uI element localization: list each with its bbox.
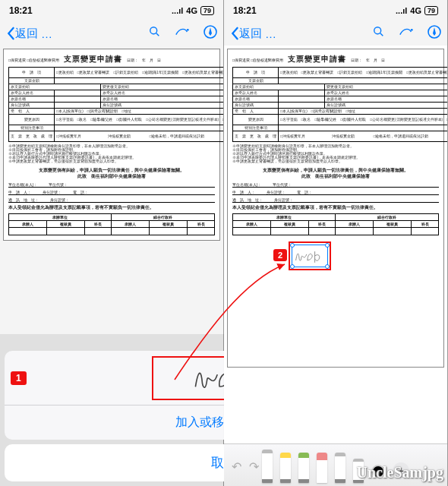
placed-signature[interactable]: 2 (289, 241, 331, 270)
battery-level: 79 (200, 6, 214, 15)
svg-point-0 (150, 27, 157, 34)
search-icon[interactable] (373, 26, 385, 41)
signal-icon: ...ıl (396, 6, 407, 15)
nav-bar: 返回 … (0, 21, 223, 46)
pencil-tool[interactable] (298, 453, 309, 483)
undo-icon[interactable]: ↶ (232, 459, 241, 474)
highlighter-tool[interactable] (280, 453, 291, 483)
phone-left: 18:21 ...ıl 4G 79 返回 … □保費退費 □自墊核退醫療費用 支… (0, 0, 224, 486)
callout-badge-1: 1 (11, 371, 27, 385)
approval-table: 承辦單位綜合行政科 承辦人複核員科長承辦人複核員科長 (8, 213, 215, 235)
network-label: 4G (410, 6, 421, 15)
phone-right: 18:21 ...ıl 4G 79 返回 … □保費退費 □自墊核退醫療費用 支… (224, 0, 448, 486)
callout-badge-2: 2 (273, 249, 287, 261)
eraser-tool[interactable] (317, 453, 327, 483)
resize-handle[interactable] (325, 264, 330, 269)
document-page: □保費退費 □自墊核退醫療費用 支票變更申請書 日期： 年 月 日 申 請 項□… (3, 49, 220, 241)
resize-handle[interactable] (325, 243, 330, 248)
network-label: 4G (186, 6, 197, 15)
approval-table: 承辦單位綜合行政科 承辦人複核員科長承辦人複核員科長 (232, 213, 439, 235)
nav-bar: 返回 … (224, 21, 447, 46)
search-icon[interactable] (149, 26, 161, 41)
lasso-tool[interactable] (335, 453, 345, 483)
back-button[interactable]: 返回 … (6, 27, 52, 41)
form-table: 申 請 項□更改抬頭 □更改禁止背書轉讓 □註銷支票抬頭 □逾期(滿1年)支票換… (232, 67, 447, 142)
svg-point-3 (374, 27, 381, 34)
document-page: □保費退費 □自墊核退醫療費用 支票變更申請書 日期： 年 月 日 申 請 項□… (227, 49, 444, 368)
signal-icon: ...ıl (172, 6, 183, 15)
pen-tip-icon[interactable] (427, 25, 441, 42)
redo-icon[interactable]: ↷ (249, 459, 259, 474)
pen-tool[interactable] (262, 450, 273, 483)
ruler-tool[interactable] (353, 459, 364, 483)
add-button[interactable]: ＋ (393, 462, 409, 479)
doc-title: 支票變更申請書 (64, 54, 122, 65)
document-viewer[interactable]: □保費退費 □自墊核退醫療費用 支票變更申請書 日期： 年 月 日 申 請 項□… (224, 46, 447, 443)
color-picker[interactable] (371, 465, 385, 478)
status-time: 18:21 (9, 5, 33, 16)
status-time: 18:21 (233, 5, 257, 16)
svg-point-4 (411, 29, 413, 31)
status-bar: 18:21 ...ıl 4G 79 (224, 0, 447, 21)
markup-toolbar: ↶ ↷ ＋ (224, 443, 447, 486)
status-bar: 18:21 ...ıl 4G 79 (0, 0, 223, 21)
pen-tip-icon[interactable] (203, 25, 217, 42)
resize-handle[interactable] (290, 264, 295, 269)
back-button[interactable]: 返回 … (230, 27, 276, 41)
doc-title: 支票變更申請書 (288, 54, 346, 65)
battery-level: 79 (424, 6, 438, 15)
svg-point-1 (187, 29, 189, 31)
markup-icon[interactable] (399, 27, 414, 40)
markup-icon[interactable] (175, 27, 190, 40)
resize-handle[interactable] (290, 243, 295, 248)
form-table: 申 請 項□更改抬頭 □更改禁止背書轉讓 □註銷支票抬頭 □逾期(滿1年)支票換… (8, 67, 223, 142)
